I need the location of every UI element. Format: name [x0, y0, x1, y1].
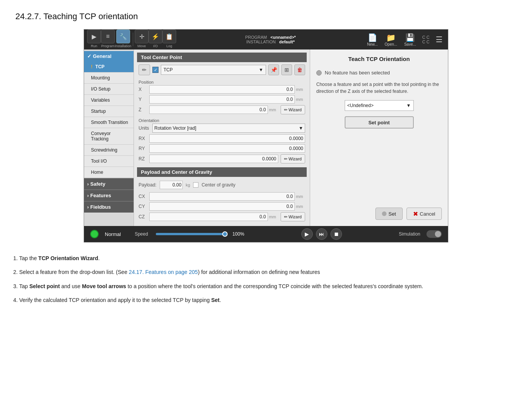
cog-label: Center of gravity	[202, 182, 235, 188]
cog-wizard-button[interactable]: ✏ Wizard	[281, 212, 305, 221]
cancel-button[interactable]: ✖ Cancel	[406, 208, 442, 220]
speed-slider[interactable]	[156, 233, 225, 235]
payload-row: Payload: 0.00 kg Center of gravity	[137, 179, 307, 191]
cy-label: CY	[139, 204, 149, 209]
simulation-toggle-thumb	[435, 231, 441, 237]
y-input[interactable]: 0.0	[149, 95, 295, 104]
sidebar-general-header[interactable]: ✓ General	[84, 51, 134, 61]
wand-icon: ✏	[284, 107, 287, 112]
status-indicator	[90, 230, 99, 238]
sidebar-fieldbus-header[interactable]: › Fieldbus	[84, 201, 134, 213]
cx-unit: mm	[296, 194, 305, 199]
cy-input[interactable]: 0.0	[149, 202, 295, 211]
speed-label: Speed	[135, 231, 148, 237]
ry-input[interactable]: 0.0000	[149, 144, 305, 153]
installation-label: Installation	[115, 44, 131, 48]
chevron-right-icon-2: ›	[87, 193, 89, 198]
features-link[interactable]: 24.17. Features on page 205	[129, 269, 198, 275]
hamburger-icon: ☰	[436, 35, 443, 44]
chevron-right-icon-3: ›	[87, 204, 89, 210]
description-text: Choose a feature and set a point with th…	[316, 81, 442, 95]
simulation-toggle[interactable]	[426, 230, 442, 238]
installation-label-text: INSTALLATION	[246, 40, 276, 44]
cz-label: CZ	[139, 214, 149, 219]
speed-fill	[156, 233, 225, 235]
program-icon: ≡	[106, 33, 109, 40]
status-text: Normal	[105, 231, 121, 237]
doc-step-2: Select a feature from the drop-down list…	[19, 268, 517, 276]
sidebar-item-io-setup[interactable]: I/O Setup	[84, 84, 134, 95]
chevron-right-icon: ›	[87, 181, 89, 187]
rz-input[interactable]: 0.0000	[149, 155, 278, 163]
nav-program[interactable]: ≡ Program	[101, 30, 115, 49]
sidebar-item-tool-io[interactable]: Tool I/O	[84, 156, 134, 167]
page-title: 24.2.7. Teaching TCP orientation	[15, 12, 517, 21]
no-feature-row: No feature has been selected	[316, 70, 442, 76]
nav-installation[interactable]: 🔧 Installation	[115, 30, 131, 49]
nav-log[interactable]: 📋 Log	[162, 30, 176, 49]
menu-button[interactable]: ☰	[433, 35, 445, 44]
position-wizard-button[interactable]: ✏ Wizard	[281, 105, 305, 114]
doc-step-1: Tap the TCP Orientation Wizard.	[19, 254, 517, 262]
set-point-button[interactable]: Set point	[345, 116, 414, 129]
x-input[interactable]: 0.0	[149, 85, 295, 94]
sidebar-features-header[interactable]: › Features	[84, 190, 134, 201]
z-input[interactable]: 0.0	[149, 106, 268, 114]
transport-controls: ▶ ⏭ ⏹	[250, 228, 393, 240]
tcp-pin-button[interactable]: 📌	[268, 64, 279, 75]
tcp-edit-button[interactable]: ✏	[139, 64, 150, 75]
nav-move[interactable]: ✛ Move	[135, 30, 149, 49]
tcp-delete-button[interactable]: 🗑	[294, 64, 305, 75]
sidebar-item-conveyor-tracking[interactable]: Conveyor Tracking	[84, 128, 134, 145]
units-dropdown[interactable]: Rotation Vector [rad] ▼	[152, 124, 305, 133]
sidebar-safety-header[interactable]: › Safety	[84, 178, 134, 190]
y-unit: mm	[296, 97, 305, 102]
tcp-checkbox[interactable]: ✓	[152, 67, 159, 73]
rz-field-row: RZ 0.0000 ✏ Wizard	[137, 154, 307, 163]
rx-input[interactable]: 0.0000	[149, 134, 305, 143]
tcp-dropdown[interactable]: TCP ▼	[161, 65, 266, 75]
tcp-grid-button[interactable]: ⊞	[281, 64, 292, 75]
ry-label: RY	[139, 146, 149, 151]
sidebar-item-screwdriving[interactable]: Screwdriving	[84, 145, 134, 156]
sidebar-item-mounting[interactable]: Mounting	[84, 73, 134, 84]
step-button[interactable]: ⏭	[316, 228, 327, 240]
sidebar-item-home[interactable]: Home	[84, 167, 134, 178]
open-button[interactable]: 📁 Open...	[382, 33, 400, 46]
nav-io[interactable]: ⚡ I/O	[149, 30, 162, 49]
cx-field-row: CX 0.0 mm	[137, 192, 307, 201]
play-button[interactable]: ▶	[301, 228, 313, 240]
toolbar-right: 📄 New... 📁 Open... 💾 Save... C C C C ☰	[365, 30, 445, 49]
run-icon: ▶	[92, 33, 96, 40]
save-button[interactable]: 💾 Save...	[402, 33, 418, 46]
log-label: Log	[167, 44, 172, 48]
toolbar-separator	[133, 33, 133, 46]
orient-wand-icon: ✏	[284, 157, 287, 162]
sidebar-item-variables[interactable]: Variables	[84, 95, 134, 106]
nav-run[interactable]: ▶ Run	[87, 30, 101, 49]
log-icon: 📋	[165, 33, 173, 40]
cx-input[interactable]: 0.0	[149, 192, 295, 201]
rx-label: RX	[139, 136, 149, 141]
cog-checkbox[interactable]	[193, 182, 198, 188]
payload-label: Payload:	[139, 182, 157, 188]
z-field-row: Z 0.0 mm ✏ Wizard	[137, 105, 307, 114]
tcp-controls-row: ✏ ✓ TCP ▼ 📌 ⊞ 🗑	[137, 64, 307, 75]
orientation-section: Orientation Units Rotation Vector [rad] …	[137, 117, 307, 163]
new-button[interactable]: 📄 New...	[365, 33, 380, 46]
doc-list: Tap the TCP Orientation Wizard. Select a…	[15, 254, 517, 305]
cz-input[interactable]: 0.0	[149, 213, 268, 221]
sidebar-item-startup[interactable]: Startup	[84, 106, 134, 117]
no-feature-label: No feature has been selected	[325, 70, 390, 76]
orientation-wizard-button[interactable]: ✏ Wizard	[281, 154, 305, 163]
z-label: Z	[139, 107, 149, 112]
sidebar-item-smooth-transition[interactable]: Smooth Transition	[84, 117, 134, 128]
position-label: Position	[137, 79, 307, 85]
x-unit: mm	[296, 87, 305, 92]
feature-dropdown[interactable]: <Undefined> ▼	[345, 100, 414, 111]
set-button[interactable]: Set	[375, 208, 403, 220]
sidebar-item-tcp[interactable]: ! TCP	[84, 61, 134, 73]
cc-indicator: C C C C	[421, 35, 431, 44]
stop-button[interactable]: ⏹	[330, 228, 342, 240]
payload-input[interactable]: 0.00	[160, 181, 183, 189]
